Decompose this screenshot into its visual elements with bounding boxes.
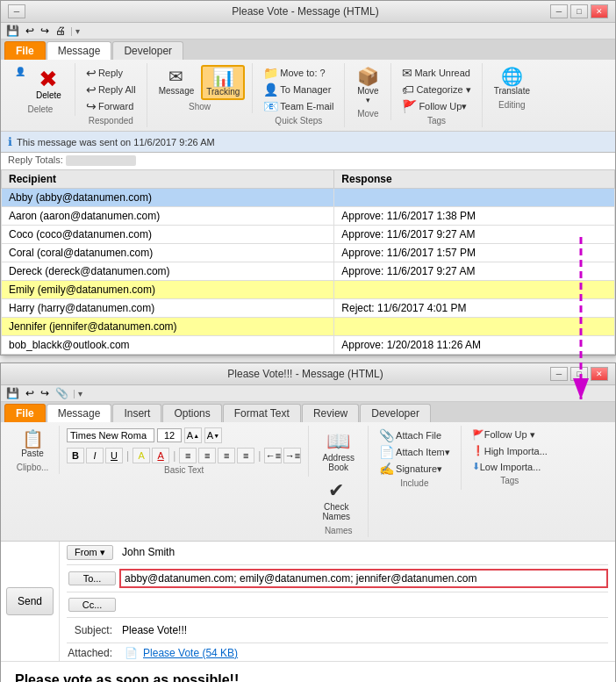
bottom-window-title: Please Vote!!! - Message (HTML) <box>61 368 550 380</box>
qat-save[interactable]: 💾 <box>4 24 21 38</box>
reply-btn[interactable]: ↩ Reply <box>82 65 140 81</box>
font-name-input[interactable] <box>67 428 154 442</box>
bold-btn[interactable]: B <box>67 448 84 463</box>
tracking-btn[interactable]: 📊 Tracking <box>201 65 245 100</box>
bottom-qat-undo[interactable]: ↩ <box>24 386 36 400</box>
forward-btn[interactable]: ↪ Forward <box>82 98 140 114</box>
align-right-btn[interactable]: ≡ <box>218 448 235 463</box>
italic-btn[interactable]: I <box>86 448 104 463</box>
teamemail-btn[interactable]: 📧 Team E-mail <box>260 98 337 114</box>
maximize-bottom-btn[interactable]: □ <box>570 367 588 381</box>
attach-link[interactable]: Please Vote (54 KB) <box>143 647 238 659</box>
qat-print[interactable]: 🖨 <box>54 24 68 38</box>
close-bottom-btn[interactable]: ✕ <box>591 367 608 381</box>
clipboard-group-items: 📋 Paste <box>13 427 52 461</box>
check-names-btn[interactable]: ✔ CheckNames <box>316 477 356 524</box>
send-btn[interactable]: Send <box>6 587 54 615</box>
qat-redo[interactable]: ↪ <box>39 24 51 38</box>
tab-message-top[interactable]: Message <box>47 41 112 60</box>
underline-btn[interactable]: U <box>105 448 123 463</box>
minimize-btn[interactable]: ─ <box>8 4 25 18</box>
qat-customize[interactable]: ▾ <box>75 26 80 36</box>
format-sep2: | <box>173 449 175 462</box>
bottom-tab-insert[interactable]: Insert <box>112 404 161 422</box>
table-row[interactable]: Coral (coral@datanumen.com)Approve: 11/6… <box>2 244 615 262</box>
maximize-top-btn[interactable]: □ <box>570 4 588 18</box>
top-ribbon-content: 👤 ✖ Delete Delete <box>1 60 615 131</box>
reply-all-btn[interactable]: ↩ Reply All <box>82 82 140 97</box>
respond-btn-stack: ↩ Reply ↩ Reply All ↪ Forward <box>82 65 140 114</box>
cc-btn[interactable]: Cc... <box>68 598 116 612</box>
quicksteps-stack: 📁 Move to: ? 👤 To Manager 📧 Team E-mail <box>260 65 337 114</box>
tomanager-label: To Manager <box>280 84 331 95</box>
bottom-qat-attach[interactable]: 📎 <box>54 386 70 400</box>
tracking-icon: 📊 <box>212 68 234 86</box>
cc-field[interactable] <box>119 598 608 612</box>
highlight-btn[interactable]: A <box>133 448 150 463</box>
tomanager-btn[interactable]: 👤 To Manager <box>260 82 337 97</box>
signature-btn[interactable]: ✍ Signature ▾ <box>376 461 454 477</box>
compose-followup-btn[interactable]: 🚩 Follow Up ▾ <box>469 427 551 442</box>
bottom-tab-options[interactable]: Options <box>162 404 221 422</box>
categorize-btn[interactable]: 🏷 Categorize ▾ <box>398 82 474 97</box>
justify-btn[interactable]: ≡ <box>237 448 254 463</box>
bottom-qat-save[interactable]: 💾 <box>4 386 21 400</box>
align-left-btn[interactable]: ≡ <box>179 448 197 463</box>
table-row[interactable]: Coco (coco@datanumen.com)Approve: 11/6/2… <box>2 226 615 244</box>
minimize-top-btn[interactable]: ─ <box>550 4 568 18</box>
subject-value: Please Vote!!! <box>119 623 608 637</box>
indent-dec-btn[interactable]: ←≡ <box>264 448 282 463</box>
message-show-btn[interactable]: ✉ Message <box>154 65 199 98</box>
attach-item-btn[interactable]: 📄 Attach Item ▾ <box>376 444 454 460</box>
font-grow-btn[interactable]: A▲ <box>184 427 202 443</box>
move-group: 📦 Move ▾ Move <box>345 63 391 120</box>
format-sep3: | <box>258 449 261 462</box>
paste-btn[interactable]: 📋 Paste <box>13 427 52 461</box>
bottom-tab-message[interactable]: Message <box>47 404 112 422</box>
align-center-btn[interactable]: ≡ <box>198 448 216 463</box>
address-book-btn[interactable]: 📖 AddressBook <box>316 427 361 475</box>
qat-undo[interactable]: ↩ <box>24 24 36 38</box>
bottom-qat-customize[interactable]: ▾ <box>78 389 82 398</box>
attach-file-btn[interactable]: 📎 Attach File <box>376 427 454 443</box>
tab-developer-top[interactable]: Developer <box>112 41 183 60</box>
include-group-label: Include <box>400 478 428 488</box>
translate-btn[interactable]: 🌐 Translate <box>490 65 534 98</box>
font-size-input[interactable] <box>157 428 182 442</box>
table-row[interactable]: Abby (abby@datanumen.com) <box>2 189 615 207</box>
followup-btn[interactable]: 🚩 Follow Up ▾ <box>398 98 474 114</box>
delete-group-label: Delete <box>28 104 54 114</box>
table-row[interactable]: bob_blackk@outlook.comApprove: 1/20/2018… <box>2 336 615 355</box>
table-row[interactable]: Jennifer (jennifer@datanumen.com) <box>2 318 615 336</box>
bottom-tab-formattext[interactable]: Format Text <box>223 404 301 422</box>
markunread-btn[interactable]: ✉ Mark Unread <box>398 65 474 81</box>
fontcolor-btn[interactable]: A <box>152 448 169 463</box>
to-field[interactable]: abby@datanumen.com; emily@datanumen.com;… <box>119 569 608 588</box>
bottom-tab-file[interactable]: File <box>4 404 46 422</box>
recipient-cell: bob_blackk@outlook.com <box>2 336 334 355</box>
tab-file-top[interactable]: File <box>4 41 46 60</box>
message-body[interactable]: Please vote as soon as possible!! <box>1 661 615 682</box>
move-btn[interactable]: 📦 Move ▾ <box>352 65 383 107</box>
to-btn[interactable]: To... <box>68 571 116 585</box>
minimize-bottom-btn[interactable]: ─ <box>550 367 568 381</box>
close-top-btn[interactable]: ✕ <box>591 4 608 18</box>
bottom-qat-redo[interactable]: ↪ <box>39 386 51 400</box>
tracking-table-container: Recipient Response Abby (abby@datanumen.… <box>1 169 615 355</box>
low-importance-icon: ⬇ <box>472 461 480 472</box>
clipboard-group-label: Clipbo... <box>17 463 49 472</box>
moveto-btn[interactable]: 📁 Move to: ? <box>260 65 337 81</box>
table-row[interactable]: Emily (emily@datanumen.com) <box>2 281 615 299</box>
bottom-tab-developer[interactable]: Developer <box>360 404 431 422</box>
table-row[interactable]: Harry (harry@datanumen.com)Reject: 11/6/… <box>2 299 615 318</box>
table-row[interactable]: Aaron (aaron@datanumen.com)Approve: 11/6… <box>2 207 615 226</box>
low-importance-btn[interactable]: ⬇ Low Importa... <box>469 459 551 474</box>
high-importance-btn[interactable]: ❗ High Importa... <box>469 443 551 458</box>
indent-inc-btn[interactable]: →≡ <box>283 448 301 463</box>
font-shrink-btn[interactable]: A▼ <box>204 427 222 443</box>
from-btn[interactable]: From ▾ <box>67 545 113 560</box>
bottom-tab-review[interactable]: Review <box>302 404 359 422</box>
recipient-cell: Abby (abby@datanumen.com) <box>2 189 334 207</box>
delete-btn[interactable]: ✖ Delete <box>30 65 68 103</box>
table-row[interactable]: Dereck (dereck@datanumen.com)Approve: 11… <box>2 262 615 281</box>
